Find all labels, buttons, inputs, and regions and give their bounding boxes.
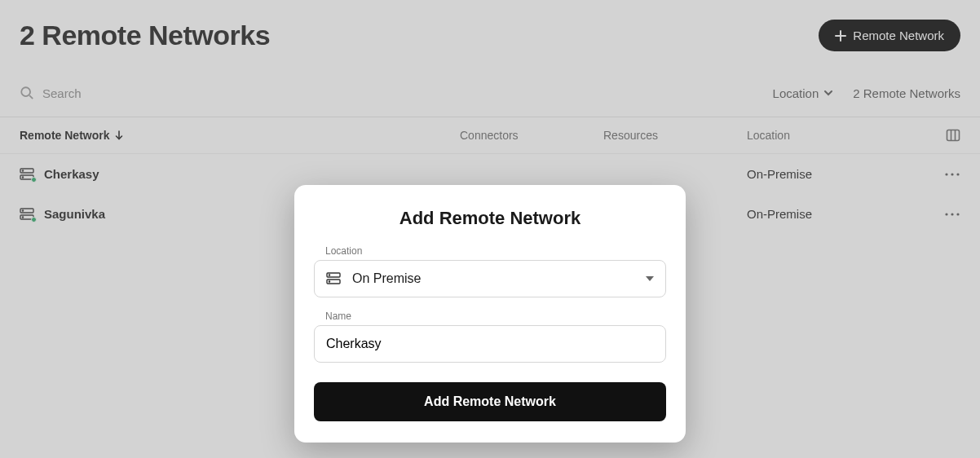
network-count-label: 2 Remote Networks — [853, 86, 960, 100]
svg-rect-5 — [947, 130, 960, 141]
add-network-modal: Add Remote Network Location On Premise N… — [294, 185, 686, 443]
svg-point-21 — [956, 213, 959, 215]
svg-point-10 — [22, 170, 23, 170]
svg-line-3 — [29, 95, 33, 99]
network-name: Cherkasy — [44, 167, 99, 181]
svg-point-2 — [21, 87, 30, 96]
svg-point-18 — [22, 216, 23, 217]
more-icon[interactable] — [944, 172, 960, 177]
plus-icon — [835, 30, 846, 42]
modal-title: Add Remote Network — [314, 208, 666, 229]
server-icon — [20, 208, 34, 221]
submit-add-network-button[interactable]: Add Remote Network — [314, 382, 666, 421]
svg-point-24 — [329, 275, 329, 275]
svg-point-12 — [945, 173, 947, 175]
columns-icon[interactable] — [946, 128, 960, 143]
svg-point-17 — [22, 209, 23, 210]
location-filter[interactable]: Location — [773, 86, 834, 100]
server-icon — [20, 168, 34, 181]
svg-point-11 — [22, 176, 23, 177]
column-header-location[interactable]: Location — [747, 129, 928, 142]
dropdown-caret-icon — [646, 276, 654, 281]
network-name: Sagunivka — [44, 207, 105, 221]
sort-down-icon — [114, 130, 124, 140]
chevron-down-icon — [823, 88, 833, 98]
more-icon[interactable] — [944, 212, 960, 217]
svg-point-13 — [951, 173, 953, 175]
network-location: On-Premise — [747, 167, 928, 181]
name-field-label: Name — [314, 310, 666, 322]
svg-point-20 — [951, 213, 953, 215]
page-title: 2 Remote Networks — [20, 20, 270, 51]
search-icon — [20, 86, 34, 100]
add-button-label: Remote Network — [853, 29, 944, 42]
location-field-label: Location — [314, 245, 666, 257]
column-header-resources[interactable]: Resources — [603, 129, 747, 142]
network-location: On-Premise — [747, 207, 928, 221]
location-select-value: On Premise — [352, 271, 421, 286]
server-icon — [326, 272, 341, 285]
add-remote-network-button[interactable]: Remote Network — [819, 20, 960, 51]
location-filter-label: Location — [773, 86, 819, 100]
location-select[interactable]: On Premise — [314, 260, 666, 297]
name-input[interactable] — [326, 337, 654, 351]
svg-point-25 — [329, 281, 329, 282]
column-header-connectors[interactable]: Connectors — [460, 129, 603, 142]
search-input[interactable] — [42, 86, 287, 100]
svg-point-19 — [945, 213, 947, 215]
column-header-name[interactable]: Remote Network — [20, 129, 460, 142]
svg-point-14 — [956, 173, 959, 175]
